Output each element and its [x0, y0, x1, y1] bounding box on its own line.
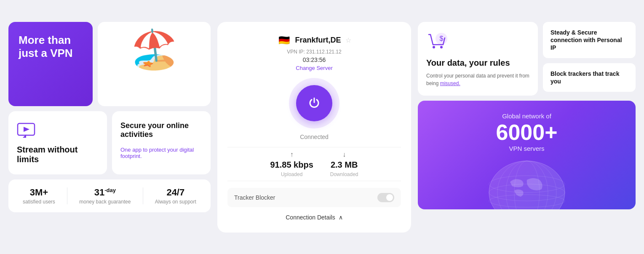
stream-card: Stream without limits	[8, 111, 107, 174]
stat-support: 24/7 Always on support	[155, 187, 196, 205]
vpn-panel: 🇩🇪 Frankfurt,DE ☆ VPN IP: 231.112.121.12…	[217, 22, 411, 233]
right-mini-cards: Steady & Secure connection with Personal…	[543, 22, 636, 96]
tracker-blocker-row: Tracker Blocker	[227, 188, 401, 207]
monitor-icon	[17, 123, 35, 139]
cart-icon: $	[426, 30, 529, 54]
stat-support-label: Always on support	[155, 199, 196, 205]
purple-hero-card: More than just a VPN	[8, 22, 93, 106]
svg-marker-2	[24, 127, 29, 132]
block-trackers-card: Block trackers that track you	[543, 63, 636, 92]
global-network-number: 6000+	[496, 121, 557, 143]
tracker-blocker-label: Tracker Blocker	[234, 194, 275, 201]
steady-connection-card: Steady & Secure connection with Personal…	[543, 22, 636, 59]
secure-title: Secure your online activities	[120, 121, 202, 139]
steady-connection-title: Steady & Secure connection with Personal…	[550, 29, 628, 52]
beach-card: 🏖️	[98, 22, 211, 106]
data-rules-desc: Control your personal data and prevent i…	[426, 72, 529, 87]
speed-row: ↑ 91.85 kbps Uploaded ↓ 2.3 MB Downloade…	[227, 147, 401, 181]
download-arrow-icon: ↓	[342, 151, 346, 158]
data-rules-title: Your data, your rules	[426, 58, 529, 68]
stat-users-value: 3M+	[30, 187, 48, 198]
chevron-up-icon: ∧	[339, 214, 343, 221]
data-rules-card: $ Your data, your rules Control your per…	[418, 22, 538, 96]
stream-icon	[17, 121, 35, 140]
connection-timer: 03:23:56	[303, 56, 326, 63]
vpn-ip: VPN IP: 231.112.121.12	[287, 49, 341, 55]
main-container: More than just a VPN 🏖️ Stream without l…	[8, 22, 636, 233]
global-network-subtitle: VPN servers	[509, 145, 544, 152]
svg-point-5	[433, 46, 435, 48]
download-speed: ↓ 2.3 MB Downloaded	[330, 151, 358, 177]
secure-activities-card: Secure your online activities One app to…	[112, 111, 211, 174]
svg-point-6	[440, 46, 443, 48]
upload-label: Uploaded	[281, 171, 302, 177]
block-trackers-title: Block trackers that track you	[550, 70, 628, 85]
connected-status: Connected	[300, 134, 329, 140]
misused-link[interactable]: misused.	[440, 80, 460, 86]
beach-illustration: 🏖️	[131, 30, 178, 68]
stat-guarantee-value: 31-day	[94, 187, 116, 198]
tracker-blocker-toggle[interactable]	[377, 193, 394, 202]
power-button[interactable]	[296, 85, 332, 121]
right-section: $ Your data, your rules Control your per…	[418, 22, 636, 209]
cart-dollar-icon-svg: $	[426, 30, 448, 52]
left-section: More than just a VPN 🏖️ Stream without l…	[8, 22, 211, 212]
favorite-star-icon[interactable]: ☆	[345, 36, 351, 44]
stream-title: Stream without limits	[17, 145, 99, 164]
server-header: 🇩🇪 Frankfurt,DE ☆ VPN IP: 231.112.121.12…	[227, 34, 401, 71]
stat-guarantee: 31-day money back guarantee	[79, 187, 131, 205]
hero-title: More than just a VPN	[19, 34, 73, 59]
power-ring	[289, 78, 339, 128]
connection-details-label: Connection Details	[286, 214, 335, 221]
svg-text:$: $	[440, 35, 444, 42]
globe-illustration	[481, 159, 573, 209]
stat-divider-1	[67, 187, 67, 204]
connection-details-button[interactable]: Connection Details ∧	[286, 214, 343, 221]
upload-speed: ↑ 91.85 kbps Uploaded	[270, 151, 313, 177]
stat-users-label: satisfied users	[23, 199, 55, 205]
server-name: Frankfurt,DE	[295, 36, 341, 45]
country-flag: 🇩🇪	[277, 34, 291, 47]
stat-guarantee-label: money back guarantee	[79, 199, 131, 205]
stat-users: 3M+ satisfied users	[23, 187, 55, 205]
stat-support-value: 24/7	[166, 187, 184, 198]
svg-point-7	[489, 161, 565, 209]
download-label: Downloaded	[330, 171, 358, 177]
change-server-button[interactable]: Change Server	[296, 65, 332, 71]
secure-desc: One app to protect your digital footprin…	[120, 147, 202, 159]
stat-divider-2	[143, 187, 143, 204]
global-network-card: Global network of 6000+ VPN servers	[418, 101, 636, 209]
server-name-row: 🇩🇪 Frankfurt,DE ☆	[277, 34, 351, 47]
power-icon-svg	[307, 96, 321, 110]
download-value: 2.3 MB	[331, 160, 358, 170]
upload-arrow-icon: ↑	[290, 151, 294, 158]
top-row: More than just a VPN 🏖️	[8, 22, 211, 106]
upload-value: 91.85 kbps	[270, 160, 313, 170]
globe-svg	[481, 159, 573, 209]
stream-secure-row: Stream without limits Secure your online…	[8, 111, 211, 174]
stats-row: 3M+ satisfied users 31-day money back gu…	[8, 179, 211, 212]
global-network-title: Global network of	[502, 112, 551, 120]
right-top-row: $ Your data, your rules Control your per…	[418, 22, 636, 96]
power-button-container: Connected	[289, 78, 339, 140]
